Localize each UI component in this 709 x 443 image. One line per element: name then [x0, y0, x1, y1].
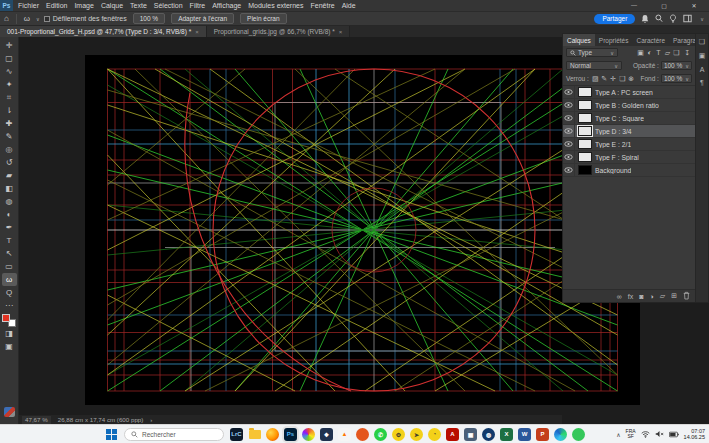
visibility-eye-icon[interactable]	[564, 128, 573, 134]
calculator-icon[interactable]: ▦	[464, 428, 477, 441]
tab-close-icon[interactable]: ×	[195, 29, 199, 35]
visibility-eye-icon[interactable]	[564, 115, 573, 121]
status-chevron-icon[interactable]: ›	[150, 416, 152, 423]
layer-row-background[interactable]: Background	[563, 164, 695, 177]
hand-tool[interactable]: ω	[2, 273, 17, 286]
volume-muted-icon[interactable]	[655, 430, 664, 438]
zoom-tool[interactable]: Q	[2, 286, 17, 299]
filter-smart-icon[interactable]: ❏	[672, 49, 681, 57]
discover-lightbulb-icon[interactable]	[669, 14, 677, 23]
menu-edition[interactable]: Edition	[46, 2, 67, 9]
home-icon[interactable]: ⌂	[0, 14, 13, 23]
layer-row-type-a-pc-screen[interactable]: Type A : PC screen	[563, 86, 695, 99]
search-icon[interactable]	[655, 14, 663, 23]
yellow-app-2-icon[interactable]: ➤	[410, 428, 423, 441]
lock-all-icon[interactable]: ⊗	[627, 75, 636, 83]
lasso-tool[interactable]: ∿	[2, 65, 17, 78]
menu-texte[interactable]: Texte	[130, 2, 147, 9]
layer-visibility-toggle[interactable]	[563, 151, 575, 163]
layer-thumbnail[interactable]	[578, 126, 592, 136]
delete-layer-icon[interactable]	[683, 291, 690, 301]
dark-circle-app-icon[interactable]: ◍	[482, 428, 495, 441]
layer-row-type-b-golden-ratio[interactable]: Type B : Golden ratio	[563, 99, 695, 112]
path-selection-tool[interactable]: ↖	[2, 247, 17, 260]
toolbar-bottom-badge-icon[interactable]	[4, 407, 15, 417]
collapsed-channels-icon[interactable]: ▣	[699, 52, 706, 60]
hand-tool-icon[interactable]: ω	[20, 14, 34, 23]
word-icon[interactable]: W	[518, 428, 531, 441]
marquee-tool[interactable]: ▢	[2, 52, 17, 65]
menu-modules-externes[interactable]: Modules externes	[248, 2, 303, 9]
layer-row-type-c-square[interactable]: Type C : Square	[563, 112, 695, 125]
magic-wand-tool[interactable]: ✦	[2, 78, 17, 91]
green-app-icon[interactable]	[572, 428, 585, 441]
notifications-bell-icon[interactable]	[641, 14, 649, 23]
panel-tab-caract-re[interactable]: Caractère	[632, 34, 669, 46]
photoshop-icon[interactable]: Ps	[284, 428, 297, 441]
blur-tool[interactable]: ◍	[2, 195, 17, 208]
start-button[interactable]	[105, 428, 118, 441]
layer-thumbnail[interactable]	[578, 113, 592, 123]
share-button[interactable]: Partager	[594, 14, 635, 24]
clone-stamp-tool[interactable]: ◎	[2, 143, 17, 156]
minimize-button[interactable]: —	[619, 2, 649, 9]
lock-paint-icon[interactable]: ✎	[600, 75, 609, 83]
filter-type-icon[interactable]: T	[654, 49, 663, 57]
file-explorer-icon[interactable]	[248, 428, 261, 441]
eraser-tool[interactable]: ▰	[2, 169, 17, 182]
menu-calque[interactable]: Calque	[101, 2, 123, 9]
adjustment-layer-icon[interactable]: ◑	[650, 293, 654, 300]
layer-visibility-toggle[interactable]	[563, 86, 575, 98]
zoom-100-button[interactable]: 100 %	[133, 13, 165, 24]
lock-artboard-icon[interactable]: ❏	[618, 75, 627, 83]
edit-toolbar-button[interactable]: ⋯	[2, 299, 17, 312]
adobe-dark-app-icon[interactable]: ❖	[320, 428, 333, 441]
battery-icon[interactable]	[669, 431, 679, 438]
language-indicator[interactable]: FRA SF	[626, 429, 636, 439]
pen-tool[interactable]: ✒	[2, 221, 17, 234]
fill-input[interactable]: 100 % ∨	[661, 74, 692, 83]
collapsed-paragraph-icon[interactable]: ¶	[700, 79, 704, 86]
quick-mask-button[interactable]: ◨	[2, 327, 17, 340]
tray-expand-icon[interactable]: ∧	[616, 431, 620, 438]
blend-mode-select[interactable]: Normal ∨	[566, 61, 622, 70]
fit-screen-button[interactable]: Adapter à l'écran	[171, 13, 234, 24]
collapsed-character-icon[interactable]: A	[700, 66, 705, 73]
clock[interactable]: 07:07 14.06.25	[684, 428, 705, 440]
workspace-caret-icon[interactable]: ∨	[700, 16, 704, 22]
link-layers-icon[interactable]: ∞	[617, 293, 622, 300]
whatsapp-icon[interactable]: ✆	[374, 428, 387, 441]
layer-thumbnail[interactable]	[578, 152, 592, 162]
group-layers-icon[interactable]: ▱	[660, 292, 665, 300]
acrobat-icon[interactable]: A	[446, 428, 459, 441]
dodge-tool[interactable]: ◐	[2, 208, 17, 221]
shape-tool[interactable]: ▭	[2, 260, 17, 273]
edge-icon[interactable]	[554, 428, 567, 441]
vlc-icon[interactable]: ▲	[338, 428, 351, 441]
lock-move-icon[interactable]: ✛	[609, 75, 618, 83]
layer-style-icon[interactable]: fx	[628, 293, 633, 300]
foreground-color-swatch[interactable]	[2, 314, 10, 322]
yellow-app-1-icon[interactable]: ⚙	[392, 428, 405, 441]
powerpoint-icon[interactable]: P	[536, 428, 549, 441]
layer-row-type-d-3-4[interactable]: Type D : 3/4	[563, 125, 695, 138]
tab-close-icon[interactable]: ×	[339, 29, 343, 35]
filter-pin-icon[interactable]: ↧	[683, 49, 692, 57]
menu-s-lection[interactable]: Sélection	[154, 2, 183, 9]
layer-visibility-toggle[interactable]	[563, 99, 575, 111]
wifi-icon[interactable]	[641, 430, 650, 438]
layer-mask-icon[interactable]: ◙	[639, 293, 643, 300]
orange-ball-app-icon[interactable]	[356, 428, 369, 441]
history-brush-tool[interactable]: ↺	[2, 156, 17, 169]
document-canvas[interactable]	[85, 55, 640, 405]
layer-visibility-toggle[interactable]	[563, 138, 575, 150]
eyedropper-tool[interactable]: ⇂	[2, 104, 17, 117]
menu-fen-tre[interactable]: Fenêtre	[311, 2, 335, 9]
zoom-level-field[interactable]: 47,67 %	[22, 416, 51, 424]
color-swatches[interactable]	[2, 314, 16, 327]
screen-mode-button[interactable]: ▣	[2, 340, 17, 353]
visibility-eye-icon[interactable]	[564, 102, 573, 108]
document-tab-1[interactable]: 001-Proportional_Grids_H.psd @ 47,7% (Ty…	[0, 26, 207, 37]
workspace-switcher-icon[interactable]	[683, 14, 692, 23]
visibility-eye-icon[interactable]	[564, 141, 573, 147]
